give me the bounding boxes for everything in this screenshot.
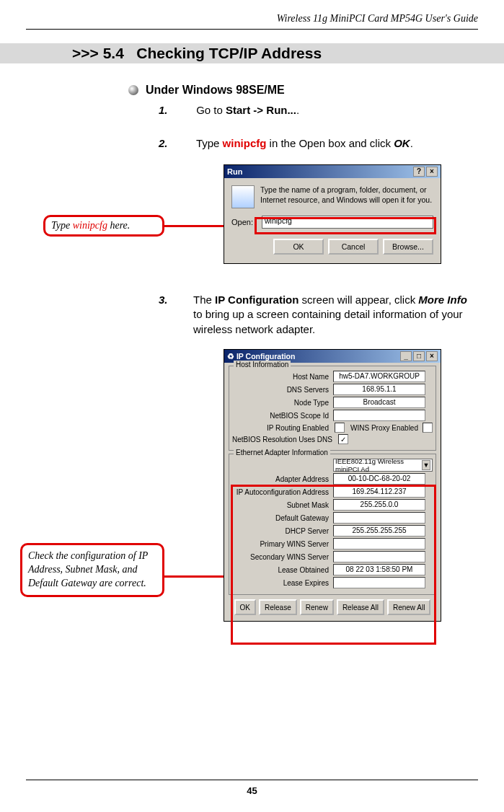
page-number: 45 (0, 785, 504, 796)
dns-label: DNS Servers (232, 386, 333, 394)
row-gateway: Default Gateway (232, 512, 433, 524)
run-title-text: Run (227, 167, 242, 176)
ipconfig-close-button[interactable]: × (426, 351, 438, 361)
step-2-number: 2. (159, 137, 193, 149)
ipconfig-dialog: ♻ IP Configuration _ □ × Host Informatio… (224, 349, 441, 622)
run-message-row: Type the name of a program, folder, docu… (231, 185, 433, 208)
dns-value: 168.95.1.1 (333, 384, 425, 395)
run-help-button[interactable]: ? (413, 167, 425, 177)
netbios-scope-value (333, 410, 425, 421)
run-open-input[interactable]: winipcfg (262, 216, 433, 229)
row-autoconfig: IP Autoconfiguration Address169.254.112.… (232, 486, 433, 498)
step-3-bold1: IP Configuration (215, 294, 299, 306)
ipconfig-renew-button[interactable]: Renew (300, 599, 334, 615)
swins-value (333, 551, 425, 562)
callout1-pre: Type (51, 220, 73, 231)
adapter-dropdown[interactable]: IEEE802.11g Wireless miniPCI Ad▼ (333, 459, 433, 472)
step-3-pre: The (193, 294, 215, 306)
ipconfig-release-button[interactable]: Release (259, 599, 297, 615)
subtitle-text: Under Windows 98SE/ME (146, 84, 285, 97)
ipconfig-ok-button[interactable]: OK (234, 599, 256, 615)
step-1-bold: Start -> Run... (226, 104, 296, 116)
step-2-pre: Type (196, 137, 223, 149)
run-button-row: OK Cancel Browse... (231, 239, 433, 255)
row-routing: IP Routing Enabled WINS Proxy Enabled (232, 423, 433, 433)
nodetype-value: Broadcast (333, 397, 425, 408)
step-2-mid: in the Open box and click (266, 137, 394, 149)
row-netbios-dns: NetBIOS Resolution Uses DNS ✓ (232, 434, 433, 444)
netbios-dns-checkbox[interactable]: ✓ (338, 434, 348, 444)
run-message-text: Type the name of a program, folder, docu… (260, 185, 433, 208)
ipconfig-button-row: OK Release Renew Release All Renew All (229, 599, 436, 615)
host-info-group: Host Information Host Namehw5-DA7.WORKGR… (229, 366, 436, 451)
run-browse-button[interactable]: Browse... (383, 239, 433, 255)
section-name: Checking TCP/IP Address (136, 45, 322, 61)
routing-checkbox[interactable] (335, 423, 345, 433)
run-titlebar: Run ? × (224, 165, 441, 178)
run-ok-button[interactable]: OK (273, 239, 324, 255)
run-open-row: Open: winipcfg (231, 216, 433, 229)
swins-label: Secondary WINS Server (232, 553, 333, 561)
callout-check-config: Check the configuration of IP Address, S… (20, 543, 164, 597)
autoconfig-value: 169.254.112.237 (333, 486, 425, 498)
step-1-number: 1. (159, 104, 193, 116)
callout1-post: here. (107, 220, 130, 231)
hostname-label: Host Name (232, 373, 333, 381)
footer-rule (26, 780, 478, 781)
subtitle-row: Under Windows 98SE/ME (128, 84, 285, 97)
step-3-number: 3. (159, 293, 193, 307)
row-pwins: Primary WINS Server (232, 538, 433, 550)
adapter-info-group: Ethernet Adapter Information IEEE802.11g… (229, 454, 436, 595)
pwins-label: Primary WINS Server (232, 540, 333, 548)
ipconfig-body: Host Information Host Namehw5-DA7.WORKGR… (224, 363, 441, 621)
subnet-label: Subnet Mask (232, 501, 333, 509)
callout-type-winipcfg: Type winipcfg here. (43, 215, 164, 237)
lease-exp-label: Lease Expires (232, 579, 333, 587)
dhcp-value: 255.255.255.255 (333, 525, 425, 537)
adapter-addr-value: 00-10-DC-68-20-02 (333, 473, 425, 485)
hostname-value: hw5-DA7.WORKGROUP (333, 371, 425, 382)
netbios-dns-label: NetBIOS Resolution Uses DNS (232, 436, 337, 443)
lease-obt-value: 08 22 03 1:58:50 PM (333, 564, 425, 575)
callout1-red: winipcfg (73, 220, 107, 231)
autoconfig-label: IP Autoconfiguration Address (232, 488, 333, 496)
row-dns: DNS Servers168.95.1.1 (232, 384, 433, 395)
row-subnet: Subnet Mask255.255.0.0 (232, 499, 433, 511)
dropdown-arrow-icon: ▼ (422, 460, 430, 470)
adapter-dropdown-value: IEEE802.11g Wireless miniPCI Ad (335, 457, 422, 473)
section-number: >>> 5.4 (72, 45, 124, 61)
ipconfig-maximize-button[interactable]: □ (413, 351, 425, 361)
row-adapter-select: IEEE802.11g Wireless miniPCI Ad▼ (232, 459, 433, 472)
ipconfig-renewall-button[interactable]: Renew All (387, 599, 430, 615)
step-1: 1. Go to Start -> Run.... (159, 104, 475, 116)
step-2-ok: OK (394, 137, 410, 149)
run-open-label: Open: (231, 218, 256, 226)
netbios-scope-label: NetBIOS Scope Id (232, 412, 333, 420)
host-info-label: Host Information (234, 361, 291, 369)
ipconfig-title-text: ♻ IP Configuration (227, 352, 295, 361)
run-dialog: Run ? × Type the name of a program, fold… (224, 164, 441, 264)
winsproxy-checkbox[interactable] (423, 423, 433, 433)
step-2: 2. Type winipcfg in the Open box and cli… (159, 137, 475, 149)
run-cancel-button[interactable]: Cancel (328, 239, 379, 255)
lease-obt-label: Lease Obtained (232, 566, 333, 574)
row-lease-exp: Lease Expires (232, 577, 433, 588)
run-app-icon (231, 185, 255, 208)
row-lease-obt: Lease Obtained08 22 03 1:58:50 PM (232, 564, 433, 575)
run-body: Type the name of a program, folder, docu… (224, 178, 441, 263)
run-close-button[interactable]: × (426, 167, 438, 177)
ipconfig-releaseall-button[interactable]: Release All (337, 599, 384, 615)
adapter-info-label: Ethernet Adapter Information (234, 449, 330, 456)
step-2-post: . (410, 137, 413, 149)
gateway-value (333, 512, 425, 524)
row-netbios-scope: NetBIOS Scope Id (232, 410, 433, 421)
ipconfig-minimize-button[interactable]: _ (400, 351, 412, 361)
row-adapter-addr: Adapter Address00-10-DC-68-20-02 (232, 473, 433, 485)
pwins-value (333, 538, 425, 550)
header-rule (26, 29, 478, 30)
step-3-bold2: More Info (418, 294, 467, 306)
network-icon: ♻ (227, 352, 234, 361)
doc-header: Wireless 11g MiniPCI Card MP54G User's G… (277, 13, 478, 25)
adapter-addr-label: Adapter Address (232, 475, 333, 483)
routing-label: IP Routing Enabled (232, 424, 333, 432)
